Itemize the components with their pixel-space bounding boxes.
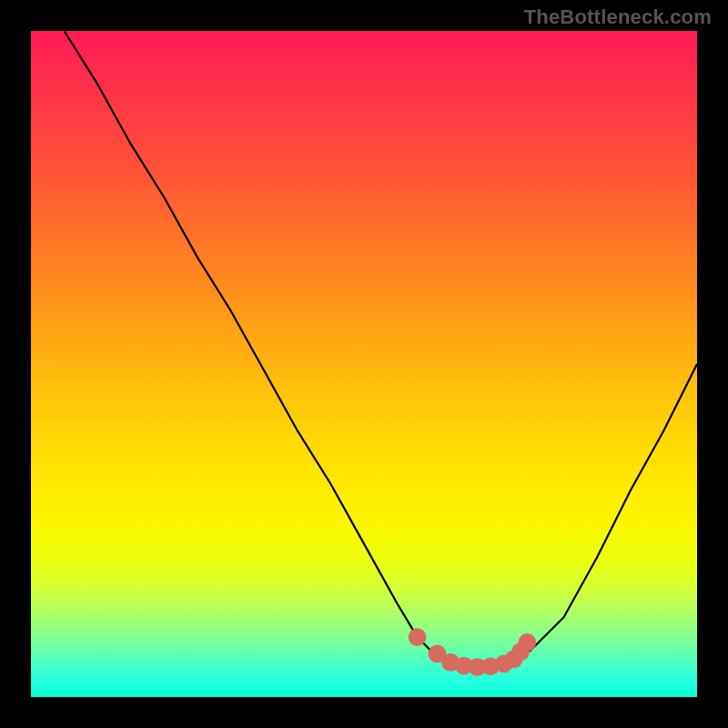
highlight-dot — [518, 633, 536, 652]
highlight-dot — [409, 628, 427, 646]
plot-svg — [31, 31, 697, 697]
chart-gradient-area — [31, 31, 697, 697]
chart-stage: TheBottleneck.com — [0, 0, 728, 728]
bottleneck-curve — [65, 31, 697, 667]
optimal-range-dots — [409, 628, 537, 676]
attribution-label: TheBottleneck.com — [524, 5, 712, 29]
